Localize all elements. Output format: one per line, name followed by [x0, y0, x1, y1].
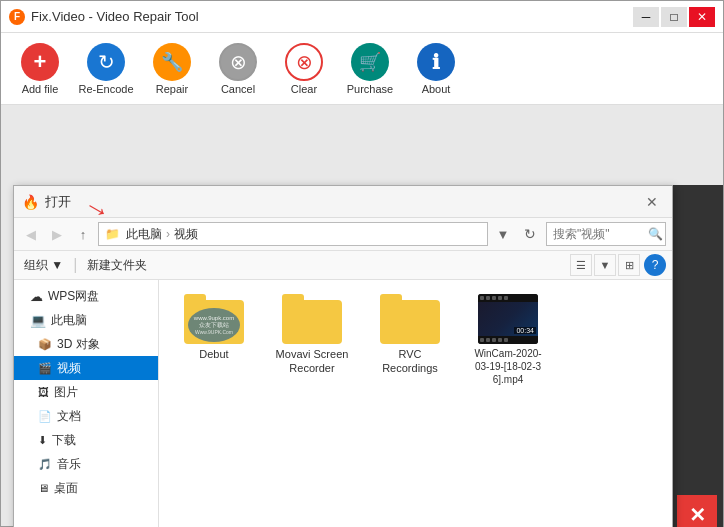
sidebar-item-thispc[interactable]: 💻 此电脑	[14, 308, 158, 332]
watermark-line2: 众友下载站	[199, 322, 229, 329]
nav-up-button[interactable]: ↑	[72, 223, 94, 245]
file-name-debut: Debut	[199, 347, 228, 361]
sidebar-item-wps-label: WPS网盘	[48, 288, 99, 305]
dialog-title-text: 🔥 打开	[22, 193, 71, 211]
add-file-label: Add file	[22, 83, 59, 95]
music-icon: 🎵	[38, 458, 52, 471]
files-area: www.9upk.com 众友下载站 Www.9UPK.Com Debut	[159, 280, 672, 527]
sidebar-item-pictures[interactable]: 🖼 图片	[14, 380, 158, 404]
repair-button[interactable]: 🔧 Repair	[141, 37, 203, 101]
watermark-line3: Www.9UPK.Com	[195, 329, 233, 335]
help-button[interactable]: ?	[644, 254, 666, 276]
docs-icon: 📄	[38, 410, 52, 423]
path-part-videos: 视频	[174, 226, 198, 243]
search-input[interactable]	[553, 227, 648, 241]
view-details-button[interactable]: ⊞	[618, 254, 640, 276]
filmstrip-top	[478, 294, 538, 302]
watermark-line1: www.9upk.com	[194, 315, 234, 322]
folder-body-rvc	[380, 300, 440, 344]
address-path[interactable]: 📁 此电脑 › 视频	[98, 222, 488, 246]
about-icon: ℹ	[417, 43, 455, 81]
sidebar-item-wps[interactable]: ☁ WPS网盘	[14, 284, 158, 308]
sidebar-item-3d-label: 3D 对象	[57, 336, 100, 353]
folder-icon-debut: www.9upk.com 众友下载站 Www.9UPK.Com	[184, 294, 244, 344]
film-hole	[504, 296, 508, 300]
cancel-button[interactable]: ⊗ Cancel	[207, 37, 269, 101]
close-button[interactable]: ✕	[689, 7, 715, 27]
app-content: → 🔥 打开 ✕ ◀ ▶ ↑ 📁 此电脑 ›	[1, 105, 723, 526]
organize-button[interactable]: 组织 ▼	[20, 255, 67, 276]
add-file-button[interactable]: + Add file	[9, 37, 71, 101]
repair-icon: 🔧	[153, 43, 191, 81]
sidebar-item-desktop[interactable]: 🖥 桌面	[14, 476, 158, 500]
nav-back-button[interactable]: ◀	[20, 223, 42, 245]
clear-button[interactable]: ⊗ Clear	[273, 37, 335, 101]
purchase-label: Purchase	[347, 83, 393, 95]
folder-body: www.9upk.com 众友下载站 Www.9UPK.Com	[184, 300, 244, 344]
sidebar-item-downloads[interactable]: ⬇ 下载	[14, 428, 158, 452]
maximize-button[interactable]: □	[661, 7, 687, 27]
path-icon: 📁	[105, 227, 120, 241]
dialog-close-button[interactable]: ✕	[640, 192, 664, 212]
file-name-wincam: WinCam-2020-03-19-[18-02-36].mp4	[474, 347, 541, 386]
re-encode-icon: ↻	[87, 43, 125, 81]
nav-forward-button[interactable]: ▶	[46, 223, 68, 245]
sidebar-item-pictures-label: 图片	[54, 384, 78, 401]
title-controls: ─ □ ✕	[633, 7, 715, 27]
right-panel: ✕ IDEO	[671, 185, 723, 527]
re-encode-label: Re-Encode	[78, 83, 133, 95]
purchase-button[interactable]: 🛒 Purchase	[339, 37, 401, 101]
sidebar-item-videos[interactable]: 🎬 视频	[14, 356, 158, 380]
video-icon-wincam: 00:34	[478, 294, 538, 344]
sidebar-item-downloads-label: 下载	[52, 432, 76, 449]
sidebar-item-music-label: 音乐	[57, 456, 81, 473]
sidebar-item-desktop-label: 桌面	[54, 480, 78, 497]
filmstrip-bottom	[478, 336, 538, 344]
main-toolbar: + Add file ↻ Re-Encode 🔧 Repair ⊗ Cancel…	[1, 33, 723, 105]
address-bar: ◀ ▶ ↑ 📁 此电脑 › 视频 ▼ ↻ 🔍	[14, 218, 672, 251]
organize-label: 组织 ▼	[24, 257, 63, 274]
toolbar2-separator: |	[73, 256, 77, 274]
sidebar-item-docs-label: 文档	[57, 408, 81, 425]
film-hole	[492, 338, 496, 342]
sidebar-item-music[interactable]: 🎵 音乐	[14, 452, 158, 476]
about-button[interactable]: ℹ About	[405, 37, 467, 101]
title-bar: F Fix.Video - Video Repair Tool ─ □ ✕	[1, 1, 723, 33]
sidebar-item-videos-label: 视频	[57, 360, 81, 377]
minimize-button[interactable]: ─	[633, 7, 659, 27]
path-dropdown-button[interactable]: ▼	[492, 223, 514, 245]
app-window: F Fix.Video - Video Repair Tool ─ □ ✕ + …	[0, 0, 724, 527]
sidebar-item-docs[interactable]: 📄 文档	[14, 404, 158, 428]
new-folder-button[interactable]: 新建文件夹	[83, 255, 151, 276]
refresh-button[interactable]: ↻	[518, 222, 542, 246]
film-hole	[498, 338, 502, 342]
sidebar-item-3d[interactable]: 📦 3D 对象	[14, 332, 158, 356]
open-file-dialog: 🔥 打开 ✕ ◀ ▶ ↑ 📁 此电脑 › 视频 ▼	[13, 185, 673, 527]
sidebar: ☁ WPS网盘 💻 此电脑 📦 3D 对象 🎬 视频	[14, 280, 159, 527]
file-item-debut[interactable]: www.9upk.com 众友下载站 Www.9UPK.Com Debut	[169, 290, 259, 390]
content-area: ☁ WPS网盘 💻 此电脑 📦 3D 对象 🎬 视频	[14, 280, 672, 527]
path-separator: ›	[166, 227, 170, 241]
file-item-wincam[interactable]: 00:34 WinCam-2020-03-19-[18-02-36].mp4	[463, 290, 553, 390]
folder-body-movavi	[282, 300, 342, 344]
re-encode-button[interactable]: ↻ Re-Encode	[75, 37, 137, 101]
file-name-movavi: Movavi ScreenRecorder	[276, 347, 349, 376]
dialog-title-label: 打开	[45, 193, 71, 211]
file-item-rvc[interactable]: RVCRecordings	[365, 290, 455, 390]
film-hole	[486, 296, 490, 300]
clear-label: Clear	[291, 83, 317, 95]
folder-icon-movavi	[282, 294, 342, 344]
folder-icon-rvc	[380, 294, 440, 344]
dialog-title-icon: 🔥	[22, 194, 39, 210]
purchase-icon: 🛒	[351, 43, 389, 81]
pictures-icon: 🖼	[38, 386, 49, 398]
new-folder-label: 新建文件夹	[87, 257, 147, 274]
dialog-toolbar2: 组织 ▼ | 新建文件夹 ☰ ▼ ⊞ ?	[14, 251, 672, 280]
film-hole	[480, 338, 484, 342]
ideo-red-block: ✕	[677, 495, 717, 527]
film-hole	[492, 296, 496, 300]
file-item-movavi[interactable]: Movavi ScreenRecorder	[267, 290, 357, 390]
view-dropdown-button[interactable]: ▼	[594, 254, 616, 276]
view-list-button[interactable]: ☰	[570, 254, 592, 276]
film-hole	[480, 296, 484, 300]
